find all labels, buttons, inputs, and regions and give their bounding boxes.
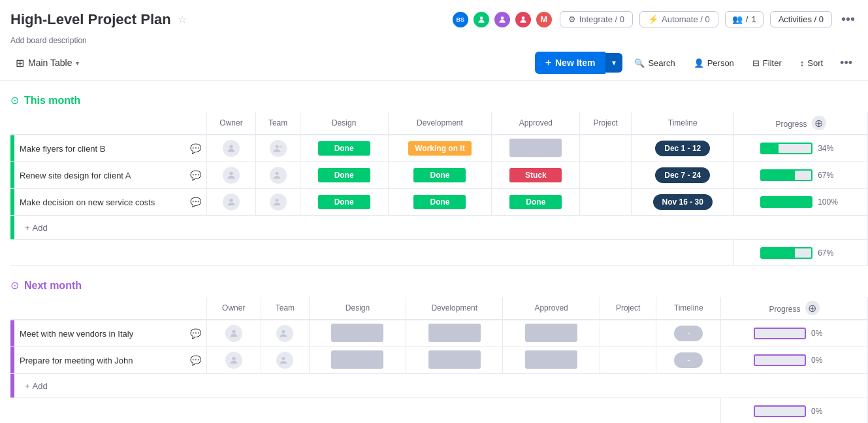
main-table-button[interactable]: ⊞ Main Table ▾ — [10, 54, 84, 72]
automate-button[interactable]: ⚡ Automate / 0 — [639, 11, 718, 27]
col-timeline: Timeline — [656, 297, 721, 320]
comment-icon[interactable]: 💬 — [190, 170, 201, 180]
search-button[interactable]: 🔍 Search — [628, 54, 681, 72]
timeline-cell[interactable]: Dec 1 - 12 — [632, 135, 734, 162]
avatar-green[interactable] — [472, 10, 490, 29]
approved-cell[interactable]: Done — [492, 189, 580, 216]
design-cell[interactable] — [309, 320, 406, 347]
team-cell[interactable] — [261, 347, 309, 374]
integrate-icon: ⚙ — [568, 14, 576, 24]
timeline-cell[interactable]: - — [656, 347, 721, 374]
col-project: Project — [600, 297, 656, 320]
summary-progress: 67% — [734, 240, 868, 266]
comment-icon[interactable]: 💬 — [190, 143, 201, 154]
project-cell[interactable] — [580, 162, 632, 189]
this-month-header: ⊙ This month — [0, 94, 868, 112]
approved-cell[interactable] — [503, 347, 600, 374]
col-progress: Progress ⊕ — [734, 112, 868, 135]
table-row: Make flyers for client B 💬 Done — [10, 135, 868, 162]
row-name-cell: Prepare for meeting with John 💬 — [10, 347, 206, 374]
person-filter-button[interactable]: 👤 Person — [687, 54, 741, 72]
development-cell[interactable]: Done — [388, 189, 492, 216]
design-cell[interactable]: Done — [300, 162, 388, 189]
avatar-pink[interactable] — [514, 10, 532, 29]
design-cell[interactable] — [309, 347, 406, 374]
project-cell[interactable] — [580, 189, 632, 216]
timeline-cell[interactable]: Dec 7 - 24 — [632, 162, 734, 189]
header-more-button[interactable]: ••• — [839, 9, 858, 29]
add-column-icon[interactable]: ⊕ — [812, 116, 826, 130]
filter-button[interactable]: ⊟ Filter — [746, 54, 788, 72]
development-cell[interactable]: Working on it — [388, 135, 492, 162]
avatar-bs[interactable]: BS — [451, 10, 470, 29]
approved-cell[interactable] — [492, 135, 580, 162]
activities-button[interactable]: Activities / 0 — [770, 11, 832, 27]
toolbar-more-button[interactable]: ••• — [835, 54, 858, 73]
integrate-button[interactable]: ⚙ Integrate / 0 — [560, 11, 633, 27]
summary-spacer — [10, 240, 734, 266]
new-item-button[interactable]: + New Item — [535, 52, 606, 74]
item-name-text: Make flyers for client B — [20, 144, 185, 154]
project-cell[interactable] — [580, 135, 632, 162]
this-month-toggle[interactable]: ⊙ — [10, 94, 19, 107]
search-icon: 🔍 — [634, 58, 645, 68]
members-count: / — [746, 14, 748, 24]
team-cell[interactable] — [256, 135, 300, 162]
comment-icon[interactable]: 💬 — [190, 328, 201, 339]
item-name-container: Make decision on new service costs 💬 — [14, 189, 206, 215]
avatar-purple[interactable] — [493, 10, 511, 29]
person-icon: 👤 — [694, 58, 704, 68]
row-name-cell: Renew site design for client A 💬 — [10, 162, 206, 189]
avatar-m[interactable]: M — [535, 10, 553, 29]
col-team: Team — [261, 297, 309, 320]
team-cell[interactable] — [256, 162, 300, 189]
timeline-cell[interactable]: Nov 16 - 30 — [632, 189, 734, 216]
svg-point-11 — [282, 330, 285, 333]
team-cell[interactable] — [256, 189, 300, 216]
approved-cell[interactable] — [503, 320, 600, 347]
page-title: High-Level Project Plan — [10, 11, 171, 28]
progress-bar — [760, 196, 812, 208]
design-cell[interactable]: Done — [300, 189, 388, 216]
item-name-text: Make decision on new service costs — [20, 197, 185, 207]
design-cell[interactable]: Done — [300, 135, 388, 162]
development-cell[interactable] — [406, 320, 503, 347]
star-icon[interactable]: ☆ — [178, 13, 187, 25]
automate-icon: ⚡ — [648, 14, 658, 24]
add-column-icon[interactable]: ⊕ — [805, 301, 820, 315]
add-item-button[interactable]: + Add — [14, 374, 58, 398]
table-grid-icon: ⊞ — [16, 57, 24, 69]
col-progress: Progress ⊕ — [721, 297, 868, 320]
owner-cell[interactable] — [206, 347, 261, 374]
summary-row: 67% — [10, 240, 868, 266]
next-month-toggle[interactable]: ⊙ — [10, 279, 19, 292]
sort-button[interactable]: ↕ Sort — [794, 54, 829, 72]
new-item-dropdown-button[interactable]: ▾ — [605, 53, 622, 73]
this-month-title: This month — [24, 95, 80, 107]
board-description[interactable]: Add board description — [0, 33, 868, 45]
add-item-button[interactable]: + Add — [14, 216, 58, 239]
development-cell[interactable]: Done — [388, 162, 492, 189]
item-name-container: Prepare for meeting with John 💬 — [14, 347, 206, 373]
project-cell[interactable] — [600, 320, 656, 347]
svg-point-2 — [521, 16, 524, 20]
owner-cell[interactable] — [206, 162, 256, 189]
add-row-cell: + Add — [10, 374, 868, 398]
members-button[interactable]: 👥 / 1 — [725, 11, 764, 27]
summary-progress-bar — [754, 405, 806, 417]
project-cell[interactable] — [600, 347, 656, 374]
development-cell[interactable] — [406, 347, 503, 374]
progress-cell: 0% — [721, 320, 868, 347]
timeline-cell[interactable]: - — [656, 320, 721, 347]
owner-cell[interactable] — [206, 189, 256, 216]
progress-fill — [762, 197, 811, 207]
team-cell[interactable] — [261, 320, 309, 347]
approved-cell[interactable]: Stuck — [492, 162, 580, 189]
owner-cell[interactable] — [206, 320, 261, 347]
comment-icon[interactable]: 💬 — [190, 355, 201, 365]
owner-cell[interactable] — [206, 135, 256, 162]
col-approved: Approved — [503, 297, 600, 320]
svg-point-4 — [275, 145, 278, 148]
this-month-columns: Owner Team Design Development Approved P… — [10, 112, 868, 135]
comment-icon[interactable]: 💬 — [190, 197, 201, 207]
